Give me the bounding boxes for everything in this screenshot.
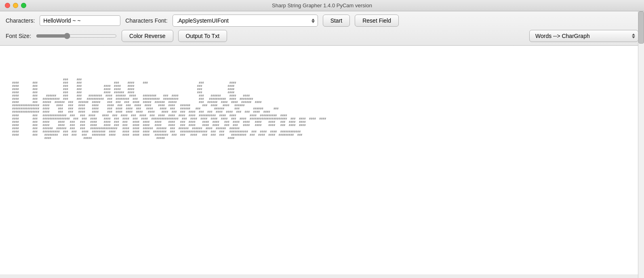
characters-font-label: Characters Font: [125, 17, 167, 24]
toolbar: Characters: Characters Font: .AppleSyste… [0, 11, 644, 46]
words-select[interactable]: Words --> CharGraph Chars --> CharGraph … [529, 30, 638, 42]
reset-field-button[interactable]: Reset Field [355, 15, 399, 27]
font-size-label: Font Size: [6, 33, 31, 39]
toolbar-row-2: Font Size: Color Reverse Output To Txt W… [6, 30, 638, 42]
window-controls [5, 3, 26, 8]
characters-label: Characters: [6, 17, 35, 24]
scrollbar-thumb[interactable] [638, 11, 644, 44]
toolbar-row-1: Characters: Characters Font: .AppleSyste… [6, 15, 638, 27]
font-select[interactable]: .AppleSystemUIFont Arial Courier New Hel… [173, 15, 318, 27]
window-title: Sharp String Grapher 1.4.0 PyCam version [272, 2, 372, 8]
main-content: ### ### #### ### ### ### ### #### ### ##… [0, 46, 644, 274]
close-button[interactable] [5, 3, 10, 8]
title-bar: Sharp String Grapher 1.4.0 PyCam version [0, 0, 644, 11]
maximize-button[interactable] [21, 3, 26, 8]
start-button[interactable]: Start [323, 15, 350, 27]
words-select-wrap: Words --> CharGraph Chars --> CharGraph … [529, 30, 638, 42]
color-reverse-button[interactable]: Color Reverse [122, 30, 173, 42]
scrollbar[interactable] [638, 11, 644, 278]
font-select-wrap: .AppleSystemUIFont Arial Courier New Hel… [173, 15, 318, 27]
characters-input[interactable] [40, 15, 120, 26]
minimize-button[interactable] [13, 3, 18, 8]
output-to-txt-button[interactable]: Output To Txt [178, 30, 227, 42]
font-size-slider[interactable] [36, 32, 117, 40]
char-art-display: ### ### #### ### ### ### ### #### ### ##… [12, 78, 632, 140]
